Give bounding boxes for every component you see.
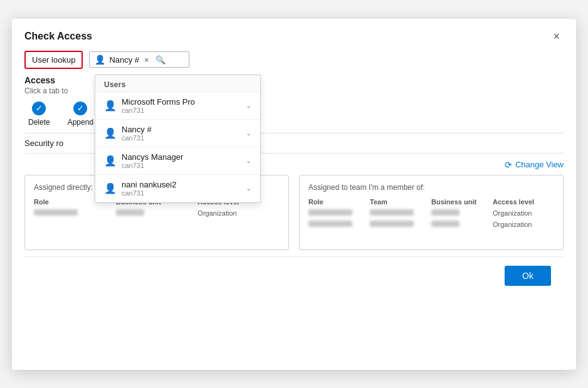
security-roles-label: Security ro [24,139,63,148]
access-cell: Organization [493,209,554,217]
bu-blurred [116,209,144,216]
perm-label-delete: Delete [28,118,50,127]
item-sub: can731 [122,162,183,169]
team-cell [370,209,431,217]
perm-delete: ✓ Delete [28,102,50,127]
dropdown-header: Users [95,75,260,92]
perm-append: ✓ Append [68,102,93,127]
item-sub: can731 [122,134,152,142]
business-cell [116,209,198,217]
lookup-search-icon[interactable]: 🔍 [155,55,165,65]
dialog-body: User lookup 👤 Nancy # × 🔍 Users 👤 Micros… [12,51,576,307]
role-cell [308,209,370,217]
dialog-title: Check Access [24,31,92,42]
list-item[interactable]: 👤 Nancys Manager can731 ⌄ [95,147,260,175]
access-cell: Organization [197,209,280,217]
item-name: Nancys Manager [122,152,183,162]
dropdown-list: 👤 Microsoft Forms Pro can731 ⌄ 👤 [95,92,260,202]
assigned-team-card: Assigned to team I'm a member of: Role T… [299,175,564,250]
dialog-header: Check Access × [12,19,576,51]
ok-button-row: Ok [24,256,564,295]
item-name: Microsoft Forms Pro [122,97,195,107]
lookup-value: Nancy # [109,55,139,65]
table-row: Organization [34,209,280,217]
perm-check-delete: ✓ [32,102,46,115]
col-header-access: Access level [493,198,554,206]
role-blurred [308,209,352,216]
business-cell [431,209,493,217]
change-view-icon: ⟳ [505,160,512,170]
perm-label-append: Append [68,118,93,127]
ok-button[interactable]: Ok [505,266,551,286]
table-row: Organization [308,209,554,217]
chevron-down-icon: ⌄ [246,157,251,165]
role-blurred [34,209,78,216]
user-lookup-label: User lookup [24,51,83,69]
team-blurred [370,209,414,216]
bu-blurred [431,209,459,216]
access-cell: Organization [493,221,554,228]
lookup-clear-icon[interactable]: × [144,55,149,65]
bu-blurred [431,221,459,227]
role-blurred [308,221,352,227]
chevron-down-icon: ⌄ [246,184,251,192]
team-cell [370,221,431,228]
role-cell [308,221,370,228]
chevron-down-icon: ⌄ [246,102,251,110]
item-name: Nancy # [122,125,152,134]
business-cell [431,221,493,228]
change-view-label: Change View [515,160,564,169]
col-header-role: Role [308,198,370,206]
assigned-team-headers: Role Team Business unit Access level [308,198,554,206]
change-view-button[interactable]: ⟳ Change View [505,160,564,170]
perm-check-append: ✓ [73,102,87,115]
list-item[interactable]: 👤 Microsoft Forms Pro can731 ⌄ [95,92,260,120]
table-row: Organization [308,221,554,228]
lookup-input-box[interactable]: 👤 Nancy # × 🔍 [89,51,189,68]
list-item[interactable]: 👤 nani nankusei2 can731 ⌄ [95,175,260,202]
close-button[interactable]: × [549,29,564,45]
item-user-icon: 👤 [104,127,117,139]
user-icon: 👤 [95,55,105,65]
check-access-dialog: Check Access × User lookup 👤 Nancy # × 🔍… [12,19,576,370]
item-name: nani nankusei2 [122,180,176,189]
assigned-team-title: Assigned to team I'm a member of: [308,183,554,192]
item-user-icon: 👤 [104,155,117,167]
chevron-down-icon: ⌄ [246,129,251,137]
item-user-icon: 👤 [104,100,117,112]
lookup-row: User lookup 👤 Nancy # × 🔍 Users 👤 Micros… [24,51,564,69]
role-cell [34,209,116,217]
item-user-icon: 👤 [104,182,117,194]
col-header-bu: Business unit [431,198,493,206]
col-header-team: Team [370,198,431,206]
list-item[interactable]: 👤 Nancy # can731 ⌄ [95,120,260,147]
item-sub: can731 [122,107,195,114]
team-blurred [370,221,414,227]
item-sub: can731 [122,189,176,197]
users-dropdown: Users 👤 Microsoft Forms Pro can731 ⌄ [95,75,261,203]
